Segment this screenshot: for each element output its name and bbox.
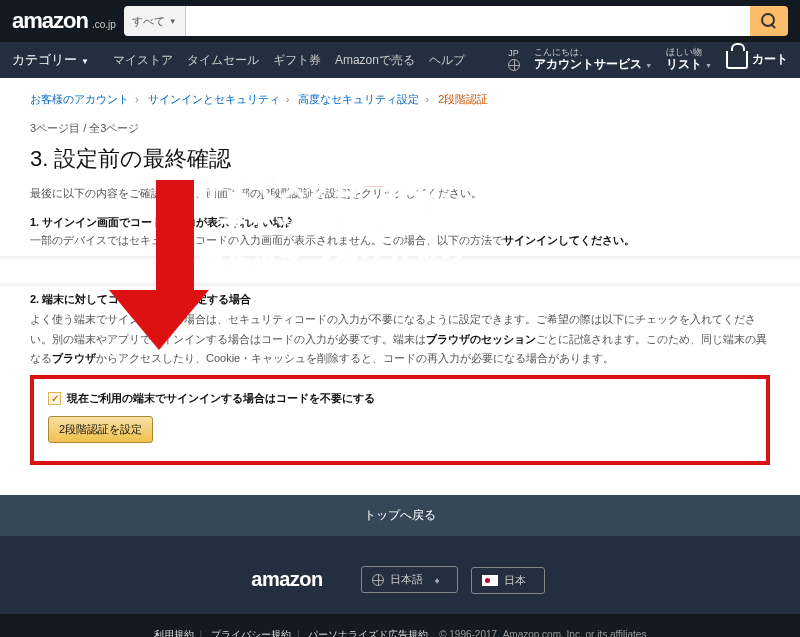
wishlist-menu[interactable]: ほしい物 リスト xyxy=(666,48,712,71)
country-pill[interactable]: 日本 xyxy=(471,567,545,594)
breadcrumb: お客様のアカウント› サインインとセキュリティ› 高度なセキュリティ設定› 2段… xyxy=(30,92,770,107)
cart-icon xyxy=(726,51,748,69)
enable-2sv-button[interactable]: 2段階認証を設定 xyxy=(48,416,153,443)
globe-icon xyxy=(508,59,520,71)
nav-link-sell[interactable]: Amazonで売る xyxy=(335,52,415,69)
nav-links: マイストア タイムセール ギフト券 Amazonで売る ヘルプ xyxy=(113,52,465,69)
sub2-body: よく使う端末でサインインする場合は、セキュリティコードの入力が不要になるように設… xyxy=(30,310,770,369)
section-divider xyxy=(0,256,800,286)
search-button[interactable] xyxy=(750,6,788,36)
copyright: © 1996-2017, Amazon.com, Inc. or its aff… xyxy=(439,629,646,637)
sub1-body: 一部のデバイスではセキュリティコードの入力画面が表示されません。この場合、以下の… xyxy=(30,231,770,250)
locale-switch[interactable]: JP xyxy=(508,49,520,71)
link-ads[interactable]: パーソナライズド広告規約 xyxy=(308,629,428,637)
flag-icon xyxy=(482,575,498,586)
highlight-box: ✓ 現在ご利用の端末でサインインする場合はコードを不要にする 2段階認証を設定 xyxy=(30,375,770,465)
account-menu[interactable]: こんにちは、 アカウントサービス xyxy=(534,48,652,71)
nav-link-timesale[interactable]: タイムセール xyxy=(187,52,259,69)
cart-link[interactable]: カート xyxy=(726,51,788,69)
search-category-dropdown[interactable]: すべて xyxy=(124,6,186,36)
back-to-top[interactable]: トップへ戻る xyxy=(0,495,800,536)
globe-icon xyxy=(372,574,384,586)
footer-logo[interactable]: amazon xyxy=(251,568,322,591)
crumb-signin[interactable]: サインインとセキュリティ xyxy=(148,93,280,105)
footer-mid: amazon 日本語 日本 xyxy=(0,536,800,614)
search-icon xyxy=(761,13,777,29)
link-privacy[interactable]: プライバシー規約 xyxy=(211,629,291,637)
crumb-current: 2段階認証 xyxy=(438,93,488,105)
top-nav: amazon.co.jp すべて カテゴリー マイストア タイムセール ギフト券… xyxy=(0,0,800,78)
checkbox-label: 現在ご利用の端末でサインインする場合はコードを不要にする xyxy=(67,391,375,406)
language-pill[interactable]: 日本語 xyxy=(361,566,458,593)
nav-link-mystore[interactable]: マイストア xyxy=(113,52,173,69)
nav-link-help[interactable]: ヘルプ xyxy=(429,52,465,69)
footer-bottom: 利用規約| プライバシー規約| パーソナライズド広告規約 © 1996-2017… xyxy=(0,614,800,637)
nav-link-gift[interactable]: ギフト券 xyxy=(273,52,321,69)
sub2-title: 2. 端末に対してコードを不要に設定する場合 xyxy=(30,290,770,310)
amazon-logo[interactable]: amazon.co.jp xyxy=(12,8,116,34)
page-indicator: 3ページ目 / 全3ページ xyxy=(30,121,770,136)
search-bar: すべて xyxy=(124,6,788,36)
page-title: 3. 設定前の最終確認 xyxy=(30,144,770,174)
skip-code-checkbox-row[interactable]: ✓ 現在ご利用の端末でサインインする場合はコードを不要にする xyxy=(48,391,752,406)
intro-text: 最後に以下の内容をご確認のうえ、画面下部の[2段階認証を設定]をクリックしてくだ… xyxy=(30,184,770,203)
checkbox-icon: ✓ xyxy=(48,392,61,405)
crumb-account[interactable]: お客様のアカウント xyxy=(30,93,129,105)
search-input[interactable] xyxy=(186,6,750,36)
crumb-security[interactable]: 高度なセキュリティ設定 xyxy=(298,93,419,105)
category-menu[interactable]: カテゴリー xyxy=(12,51,103,69)
link-terms[interactable]: 利用規約 xyxy=(154,629,194,637)
